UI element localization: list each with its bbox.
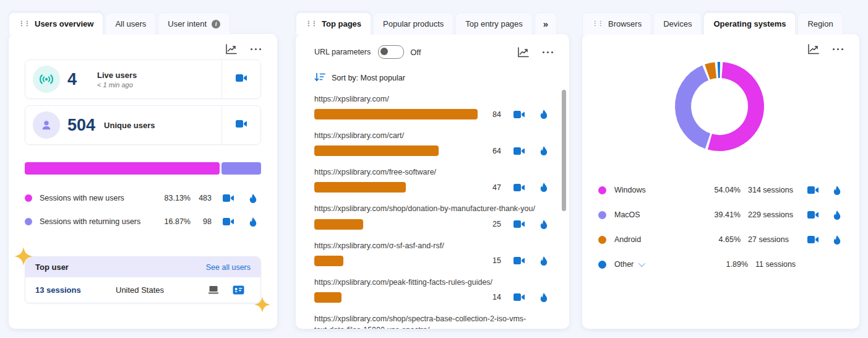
sort-by-control[interactable]: Sort by: Most popular xyxy=(296,59,569,84)
drag-handle-icon[interactable]: ⋮⋮ xyxy=(592,20,603,27)
page-url[interactable]: https://xpslibrary.com/free-software/ xyxy=(314,167,537,178)
heatmap-flame-icon[interactable] xyxy=(536,109,552,119)
recordings-camera-icon[interactable] xyxy=(511,183,527,192)
more-options-icon[interactable] xyxy=(541,50,554,54)
recordings-camera-icon[interactable] xyxy=(806,210,821,219)
donut-segment-macos[interactable] xyxy=(683,73,708,141)
recordings-camera-icon[interactable] xyxy=(220,217,236,226)
recordings-camera-icon[interactable] xyxy=(511,293,527,301)
page-row: https://xpslibrary.com/σ-sf-asf-and-rsf/… xyxy=(314,240,569,266)
page-value: 15 xyxy=(480,256,501,265)
unique-users-person-icon xyxy=(33,111,60,139)
tab-label: All users xyxy=(115,19,146,28)
unique-users-recordings-button[interactable] xyxy=(221,106,260,144)
sort-by-label: Sort by: Most popular xyxy=(332,74,405,82)
heatmap-flame-icon[interactable] xyxy=(536,256,552,266)
sort-descending-icon xyxy=(314,72,325,84)
pages-panel-tabs: ⋮⋮Top pagesPopular productsTop entry pag… xyxy=(296,12,569,35)
drag-handle-icon[interactable]: ⋮⋮ xyxy=(306,20,317,27)
os-legend-row: Windows54.04%314 sessions xyxy=(598,183,844,197)
drag-handle-icon[interactable]: ⋮⋮ xyxy=(19,20,30,27)
scrollbar-thumb[interactable] xyxy=(562,90,566,211)
legend-sessions: 229 sessions xyxy=(748,210,802,219)
users-overview-panel: ⋮⋮Users overviewAll usersUser intenti 4 xyxy=(9,12,277,329)
tab-label: » xyxy=(543,19,548,29)
chevron-down-icon[interactable] xyxy=(638,260,645,267)
page-url[interactable]: https://xpslibrary.com/shop/spectra-base… xyxy=(314,313,537,329)
heatmap-flame-icon[interactable] xyxy=(829,235,844,245)
see-all-users-link[interactable]: See all users xyxy=(206,263,251,272)
url-parameters-toggle[interactable] xyxy=(378,45,404,59)
page-bar[interactable] xyxy=(314,219,363,230)
tab-all-users[interactable]: All users xyxy=(105,12,156,35)
page-url[interactable]: https://xpslibrary.com/σ-sf-asf-and-rsf/ xyxy=(314,240,537,251)
legend-dot xyxy=(25,194,32,202)
tab-top-entry-pages[interactable]: Top entry pages xyxy=(455,12,533,35)
insights-chart-icon[interactable] xyxy=(807,44,819,54)
tab-top-pages[interactable]: ⋮⋮Top pages xyxy=(296,12,371,35)
insights-chart-icon[interactable] xyxy=(225,44,237,54)
heatmap-flame-icon[interactable] xyxy=(536,219,552,230)
tab-label: Users overview xyxy=(35,19,93,28)
page-bar[interactable] xyxy=(314,145,439,156)
page-bar-row: 15 xyxy=(314,256,569,266)
info-icon[interactable]: i xyxy=(212,20,220,28)
donut-segment-windows[interactable] xyxy=(710,70,756,143)
page-bar[interactable] xyxy=(314,292,342,303)
recordings-camera-icon[interactable] xyxy=(511,110,527,119)
tab-label: Browsers xyxy=(608,19,642,28)
tab-browsers[interactable]: ⋮⋮Browsers xyxy=(582,12,651,35)
user-profile-card-icon[interactable] xyxy=(226,285,251,295)
tab-user-intent[interactable]: User intenti xyxy=(158,12,230,35)
metrics-section: 4 Live users < 1 min ago 504 Unique user… xyxy=(9,54,277,145)
heatmap-flame-icon[interactable] xyxy=(245,193,261,204)
sessions-bar-segment[interactable] xyxy=(221,162,261,175)
recordings-camera-icon xyxy=(235,74,247,85)
heatmap-flame-icon[interactable] xyxy=(536,182,552,193)
tab-region[interactable]: Region xyxy=(797,12,843,35)
page-bar[interactable] xyxy=(314,109,478,119)
legend-percent: 1.89% xyxy=(674,260,748,269)
bar-track xyxy=(314,219,480,230)
tab-popular-products[interactable]: Popular products xyxy=(373,12,453,35)
legend-sessions: 27 sessions xyxy=(748,235,802,244)
recordings-camera-icon[interactable] xyxy=(806,235,821,244)
page-url[interactable]: https://xpslibrary.com/cart/ xyxy=(314,130,537,141)
donut-segment-android[interactable] xyxy=(707,70,715,72)
recordings-camera-icon[interactable] xyxy=(511,256,527,265)
tab-more-tabs[interactable]: » xyxy=(535,12,557,35)
legend-value: 98 xyxy=(191,217,212,226)
heatmap-flame-icon[interactable] xyxy=(829,185,844,196)
page-url[interactable]: https://xpslibrary.com/peak-fitting-fact… xyxy=(314,277,537,288)
tab-devices[interactable]: Devices xyxy=(653,12,702,35)
live-users-card: 4 Live users < 1 min ago xyxy=(25,59,261,99)
page-url[interactable]: https://xpslibrary.com/ xyxy=(314,93,537,105)
sessions-bar-segment[interactable] xyxy=(25,162,220,175)
top-user-row[interactable]: 13 sessions United States xyxy=(25,277,260,303)
tab-operating-systems[interactable]: Operating systems xyxy=(703,12,796,35)
live-users-recordings-button[interactable] xyxy=(221,60,260,98)
tab-users-overview[interactable]: ⋮⋮Users overview xyxy=(9,12,103,35)
recordings-camera-icon[interactable] xyxy=(806,186,821,194)
recordings-camera-icon[interactable] xyxy=(220,194,236,202)
heatmap-flame-icon[interactable] xyxy=(245,217,261,227)
tab-label: Operating systems xyxy=(713,19,786,28)
more-options-icon[interactable] xyxy=(249,47,262,51)
recordings-camera-icon xyxy=(235,119,247,131)
page-url[interactable]: https://xpslibrary.com/shop/donation-by-… xyxy=(314,203,537,214)
heatmap-flame-icon[interactable] xyxy=(829,210,844,220)
page-value: 14 xyxy=(480,293,501,301)
sparkle-icon xyxy=(254,297,270,315)
legend-dot xyxy=(598,261,606,269)
heatmap-flame-icon[interactable] xyxy=(536,292,552,303)
legend-dot xyxy=(598,211,606,219)
sessions-legend-row: Sessions with new users83.13%483 xyxy=(25,192,261,204)
page-bar[interactable] xyxy=(314,182,406,193)
recordings-camera-icon[interactable] xyxy=(511,220,527,228)
heatmap-flame-icon[interactable] xyxy=(536,145,552,156)
recordings-camera-icon[interactable] xyxy=(511,147,527,155)
legend-sessions: 314 sessions xyxy=(748,186,802,194)
insights-chart-icon[interactable] xyxy=(517,47,529,58)
page-bar[interactable] xyxy=(314,256,343,266)
more-options-icon[interactable] xyxy=(831,47,844,51)
